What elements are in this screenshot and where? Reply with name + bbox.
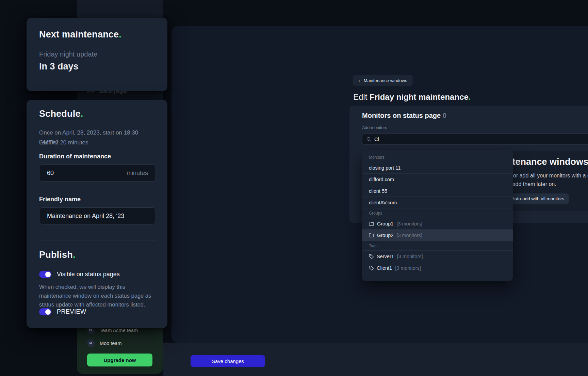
accent-dot: . — [469, 92, 471, 101]
add-monitors-search-input[interactable]: Cl — [362, 134, 588, 145]
monitors-count: 0 — [443, 112, 446, 119]
friendly-name-label: Friendly name — [39, 196, 81, 203]
friendly-name-input[interactable]: Maintenance on April 28, ‘23 — [39, 207, 156, 224]
search-query: Cl — [374, 137, 379, 142]
folder-icon — [369, 221, 374, 226]
search-results-dropdown: Monitors closing port 11 clifford.com cl… — [362, 151, 513, 281]
avatar: M. — [87, 339, 95, 347]
dropdown-item-tag[interactable]: Server1[3 monitors] — [362, 250, 513, 262]
upgrade-now-button[interactable]: Upgrade now — [87, 354, 152, 366]
dropdown-item-monitor[interactable]: client 55 — [362, 185, 513, 197]
preview-row: PREVIEW — [39, 308, 86, 315]
chevron-left-icon: ‹ — [358, 78, 360, 83]
publish-description: When checked, we will display this maint… — [39, 282, 158, 309]
duration-unit: minutes — [127, 170, 148, 177]
search-icon — [366, 137, 371, 142]
publish-heading: Publish. — [39, 250, 76, 260]
dropdown-item-group-highlighted[interactable]: Group2[3 monitors] — [362, 229, 513, 241]
monitors-card-title: Monitors on status page 0 — [362, 112, 446, 120]
preview-toggle[interactable] — [39, 308, 51, 315]
save-changes-button[interactable]: Save changes — [191, 355, 265, 367]
page-title-bold: Friday night maintenance — [370, 92, 469, 101]
app-root: Status pages TA. Team Acme team M. Moo t… — [0, 0, 588, 376]
next-maintenance-heading: Next maintenance. — [39, 29, 121, 40]
breadcrumb-label: Maintenance windows — [364, 78, 407, 83]
next-maintenance-subtitle: Friday night update — [39, 50, 97, 58]
main-panel: ‹ Maintenance windows Edit Friday night … — [172, 26, 588, 343]
tag-icon — [369, 254, 374, 259]
visible-on-status-pages-row: Visible on status pages — [39, 271, 120, 278]
visible-toggle[interactable] — [39, 271, 51, 278]
folder-icon — [369, 233, 374, 237]
dropdown-item-monitor[interactable]: closing port 11 — [362, 162, 513, 173]
friendly-name-value: Maintenance on April 28, ‘23 — [47, 213, 124, 220]
duration-value: 60 — [47, 170, 54, 177]
next-maintenance-card: Next maintenance. Friday night update In… — [27, 18, 167, 91]
duration-label: Duration of maintenance — [39, 153, 111, 160]
preview-toggle-label: PREVIEW — [57, 308, 86, 315]
duration-input[interactable]: 60 minutes — [39, 164, 156, 182]
schedule-meta-2: Last for 20 minutes — [39, 138, 88, 147]
dropdown-section-header: Tags — [362, 241, 513, 250]
dropdown-item-group[interactable]: Group1[3 monitors] — [362, 218, 513, 229]
dropdown-item-monitor[interactable]: clifford.com — [362, 173, 513, 185]
visible-toggle-label: Visible on status pages — [57, 271, 120, 278]
tag-icon — [369, 266, 374, 270]
dropdown-section-header: Monitors — [362, 153, 513, 162]
dropdown-section-header: Groups — [362, 208, 513, 218]
team-name: Moo team — [100, 341, 121, 346]
schedule-heading: Schedule. — [39, 109, 83, 119]
add-monitors-label: Add monitors — [362, 125, 387, 130]
team-name: Team Acme team — [100, 328, 138, 333]
next-maintenance-countdown: In 3 days — [39, 61, 79, 72]
schedule-edit-card: Schedule. Once on April, 28, 2023, start… — [27, 100, 167, 328]
divider — [39, 240, 156, 240]
page-title: Edit Friday night maintenance. — [353, 92, 471, 102]
dropdown-item-monitor[interactable]: clientAV.com — [362, 197, 513, 208]
dropdown-item-tag[interactable]: Client1[3 monitors] — [362, 262, 513, 273]
sidebar-item-moo-team[interactable]: M. Moo team — [87, 339, 121, 347]
breadcrumb-maintenance-windows[interactable]: ‹ Maintenance windows — [353, 75, 413, 86]
